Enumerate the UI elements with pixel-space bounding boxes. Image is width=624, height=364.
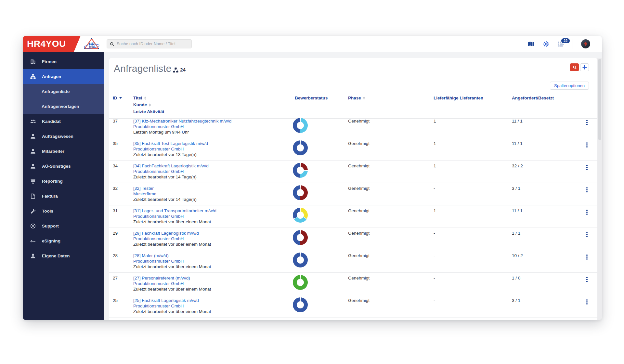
request-title-link[interactable]: [37] Kfz-Mechatroniker Nutzfahrzeugtechn… — [133, 118, 295, 124]
suppliers-value: 1 — [434, 161, 512, 169]
sidebar-item-anfragen[interactable]: Anfragen — [23, 69, 104, 84]
add-request-button[interactable] — [580, 63, 589, 71]
customer-link[interactable]: Produktionsmuster GmbH — [133, 281, 295, 286]
request-id: 27 — [113, 273, 133, 281]
sidebar-item-eigene-daten[interactable]: Eigene Daten — [23, 248, 104, 263]
scrollbar-thumb[interactable] — [598, 59, 601, 140]
row-menu-kebab-icon[interactable] — [585, 299, 589, 305]
row-menu-kebab-icon[interactable] — [585, 210, 589, 215]
request-id: 31 — [113, 205, 133, 214]
last-activity: Zuletzt bearbeitet vor über einem Monat — [133, 219, 295, 225]
last-activity: Zuletzt bearbeitet vor 14 Tage(n) — [133, 197, 295, 202]
table-search-button[interactable] — [570, 63, 579, 71]
signature-icon — [30, 238, 36, 244]
sort-icon[interactable] — [149, 103, 151, 107]
sidebar-item-tools[interactable]: Tools — [23, 203, 104, 218]
app-window: HR4YOU HR 4YOU 22 Firmen — [23, 36, 602, 320]
request-title-link[interactable]: [28] Maler (m/w/d) — [133, 253, 295, 258]
document-icon — [30, 193, 36, 199]
row-menu-kebab-icon[interactable] — [585, 165, 589, 170]
global-search-input[interactable] — [117, 42, 188, 46]
user-icon — [30, 253, 36, 259]
header-kunde[interactable]: Kunde — [133, 101, 147, 108]
request-title-link[interactable]: [27] Personalreferent (m/w/d) — [133, 275, 295, 281]
applicant-status-donut-chart[interactable] — [293, 297, 308, 312]
applicant-status-donut-chart[interactable] — [293, 140, 308, 155]
applicant-status-donut-chart[interactable] — [293, 208, 308, 223]
column-options-button[interactable]: Spaltenoptionen — [550, 82, 589, 90]
table-row: 25 [25] Fachkraft Lagerlogistik m/w/d Pr… — [109, 295, 597, 318]
header-bewerberstatus: Bewerberstatus — [295, 95, 328, 101]
applicant-status-donut-chart[interactable] — [293, 163, 308, 178]
customer-link[interactable]: Produktionsmuster GmbH — [133, 169, 295, 174]
map-icon[interactable] — [528, 41, 535, 47]
building-icon — [30, 58, 36, 64]
sidebar-item-faktura[interactable]: Faktura — [23, 188, 104, 203]
request-title-link[interactable]: [32] Tester — [133, 186, 295, 191]
gear-icon[interactable] — [543, 41, 550, 47]
logo-zone: HR4YOU HR 4YOU — [23, 36, 104, 52]
header-titel[interactable]: Titel — [133, 95, 142, 101]
applicant-status-donut-chart[interactable] — [293, 185, 308, 200]
user-avatar[interactable] — [581, 39, 590, 48]
page-title: Anfragenliste — [114, 63, 172, 74]
row-menu-kebab-icon[interactable] — [585, 232, 589, 237]
row-menu-kebab-icon[interactable] — [585, 142, 589, 148]
customer-link[interactable]: Produktionsmuster GmbH — [133, 258, 295, 264]
last-activity: Zuletzt bearbeitet vor 14 Tage(n) — [133, 174, 295, 180]
row-menu-kebab-icon[interactable] — [585, 187, 589, 192]
sort-icon[interactable] — [363, 97, 365, 100]
sort-icon[interactable] — [144, 97, 146, 100]
header-phase[interactable]: Phase — [348, 95, 361, 101]
row-menu-kebab-icon[interactable] — [585, 254, 589, 260]
request-title-link[interactable]: [31] Lager- und Transportmitarbeiter m/w… — [133, 208, 295, 214]
applicant-status-donut-chart[interactable] — [293, 275, 308, 290]
sidebar-item-esigning[interactable]: eSigning — [23, 233, 104, 248]
sidebar-item-aü-sonstiges[interactable]: AÜ-Sonstiges — [23, 159, 104, 174]
customer-link[interactable]: Produktionsmuster GmbH — [133, 124, 295, 129]
requested-filled-value: 1 / 1 — [512, 228, 582, 236]
last-activity: Zuletzt bearbeitet vor über einem Monat — [133, 286, 295, 292]
applicant-status-donut-chart[interactable] — [293, 118, 308, 133]
notification-count-badge: 22 — [561, 38, 570, 44]
suppliers-value: - — [434, 273, 512, 281]
sidebar-item-support[interactable]: Support — [23, 218, 104, 233]
applicant-status-donut-chart[interactable] — [293, 253, 308, 267]
wrench-icon — [30, 208, 36, 214]
row-menu-kebab-icon[interactable] — [585, 277, 589, 282]
sidebar-item-anfragenliste[interactable]: Anfragenliste — [23, 84, 104, 99]
header-id[interactable]: ID — [113, 95, 117, 101]
request-title-link[interactable]: [35] Fachkraft Test Lagerlogistik m/w/d — [133, 141, 295, 146]
applicant-status-donut-chart[interactable] — [293, 230, 308, 245]
task-list-icon[interactable]: 22 — [558, 41, 565, 47]
request-id: 28 — [113, 250, 133, 258]
table-row: 34 [34] FachFachkraft Lagerlogistik m/w/… — [109, 161, 597, 183]
request-title-link[interactable]: [25] Fachkraft Lagerlogistik m/w/d — [133, 298, 295, 303]
sidebar-item-mitarbeiter[interactable]: Mitarbeiter — [23, 144, 104, 159]
table-row: 37 [37] Kfz-Mechatroniker Nutzfahrzeugte… — [109, 116, 597, 138]
request-title-link[interactable]: [34] FachFachkraft Lagerlogistik m/w/d — [133, 163, 295, 169]
sidebar-item-reporting[interactable]: Reporting — [23, 174, 104, 188]
customer-link[interactable]: Produktionsmuster GmbH — [133, 236, 295, 241]
phase-value: Genehmigt — [348, 205, 434, 214]
row-menu-kebab-icon[interactable] — [585, 120, 589, 125]
last-activity: Zuletzt bearbeitet vor über einem Monat — [133, 241, 295, 247]
table-body: 37 [37] Kfz-Mechatroniker Nutzfahrzeugte… — [109, 116, 597, 320]
sidebar-item-firmen[interactable]: Firmen — [23, 54, 104, 69]
users-icon — [30, 118, 36, 124]
phase-value: Genehmigt — [348, 183, 434, 191]
request-title-link[interactable]: [29] Fachkraft Lagerlogistik m/w/d — [133, 230, 295, 236]
topbar-divider — [573, 39, 573, 49]
requested-filled-value: 3 / 1 — [512, 295, 582, 303]
vertical-scrollbar[interactable] — [597, 58, 602, 320]
sidebar-item-anfragenvorlagen[interactable]: Anfragenvorlagen — [23, 99, 104, 114]
customer-link[interactable]: Produktionsmuster GmbH — [133, 146, 295, 152]
sidebar-item-auftragswesen[interactable]: Auftragswesen — [23, 129, 104, 144]
customer-link[interactable]: Produktionsmuster GmbH — [133, 214, 295, 219]
requested-filled-value: 11 / 1 — [512, 138, 582, 146]
customer-link[interactable]: Musterfirma — [133, 191, 295, 197]
sidebar-item-kandidat[interactable]: Kandidat — [23, 114, 104, 129]
sort-desc-icon[interactable] — [119, 97, 122, 99]
customer-link[interactable]: Produktionsmuster GmbH — [133, 303, 295, 309]
lifebuoy-icon — [30, 223, 36, 229]
